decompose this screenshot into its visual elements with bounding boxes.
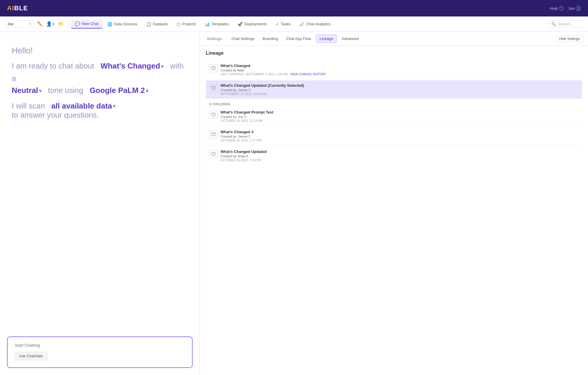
chat-input-area: Ask ChatAible xyxy=(7,336,193,368)
nav-tab-templates[interactable]: 📊 Templates xyxy=(201,20,233,28)
lineage-child-creator-1: Created by: Joe V xyxy=(220,115,579,119)
lineage-item-date-2: SEPTEMBER 23 2023, 10:54 AM xyxy=(220,92,579,96)
greeting-line-3: I will scan all available data ∨ xyxy=(12,101,188,111)
tone-chevron-icon: ∨ xyxy=(39,87,42,94)
greeting-line-4: to answer your questions. xyxy=(12,111,188,120)
lineage-child-1[interactable]: What's Changed Prompt Test Created by: J… xyxy=(206,107,582,126)
lineage-child-date-3: OCTOBER 16 2023, 2:34 PM xyxy=(220,159,579,162)
nav-tab-projects[interactable]: ⬡ Projects xyxy=(173,20,200,28)
svg-rect-13 xyxy=(212,152,215,155)
hide-settings-button[interactable]: Hide Settings xyxy=(556,35,583,42)
topbar-right: Help ? Joe 👤 xyxy=(550,6,581,11)
greeting-line-1: I am ready to chat about What's Changed … xyxy=(12,60,188,84)
chat-input[interactable] xyxy=(15,342,185,349)
logo-ble: BLE xyxy=(14,4,28,12)
logo: AIBLE xyxy=(7,4,28,12)
lineage-item-name-2: What's Changed Updated (Currently Select… xyxy=(220,83,579,88)
lineage-item-icon-2 xyxy=(209,84,218,92)
lineage-child-name-3: What's Changed Updated xyxy=(220,149,579,154)
logo-ai: AI xyxy=(7,4,14,12)
settings-tabs-bar: Settings Chat Settings Branding Chat App… xyxy=(200,32,588,46)
lineage-item-info-1: What's Changed Created by Aible LAST UPD… xyxy=(220,64,579,76)
settings-label: Settings xyxy=(205,35,224,42)
nav-tab-new-chat[interactable]: 💬 New Chat xyxy=(71,20,103,29)
templates-icon: 📊 xyxy=(205,22,210,26)
navbar: Joe ▼ ✏️ 👤+ 📁 💬 New Chat 🌐 Data Sources … xyxy=(0,16,588,32)
lineage-child-info-2: What's Changed 3 Created by: James Z OCT… xyxy=(220,130,579,142)
deployments-icon: 🚀 xyxy=(238,22,243,26)
user-selector[interactable]: Joe ▼ xyxy=(5,20,34,28)
children-label: 3 CHILDREN xyxy=(206,100,582,107)
help-button[interactable]: Help ? xyxy=(550,6,564,11)
nav-tab-datasets[interactable]: 📋 Datasets xyxy=(142,20,172,28)
lineage-child-icon-2 xyxy=(209,130,218,139)
topic-chevron-icon: ∨ xyxy=(161,63,164,69)
lineage-item-creator-2: Created by: James Z xyxy=(220,88,579,92)
chat-content: Hello! I am ready to chat about What's C… xyxy=(0,32,200,336)
lineage-child-info-3: What's Changed Updated Created by: Anita… xyxy=(220,149,579,162)
search-box[interactable]: 🔍 Search ... xyxy=(548,20,583,28)
tab-lineage[interactable]: Lineage xyxy=(316,34,337,43)
lineage-child-3[interactable]: What's Changed Updated Created by: Anita… xyxy=(206,146,582,165)
nav-tab-chat-analytics[interactable]: 📈 Chat Analytics xyxy=(295,20,334,28)
ask-chataible-button[interactable]: Ask ChatAible xyxy=(15,352,48,360)
chat-panel: Hello! I am ready to chat about What's C… xyxy=(0,32,200,375)
lineage-child-date-1: OCTOBER 15 2023, 11:14 AM xyxy=(220,119,579,122)
globe-icon: 🌐 xyxy=(107,22,112,26)
search-icon: 🔍 xyxy=(551,22,556,26)
add-user-icon[interactable]: 👤+ xyxy=(46,19,55,29)
nav-divider xyxy=(68,20,69,28)
greeting-hello: Hello! xyxy=(12,46,188,55)
help-icon: ? xyxy=(559,6,564,11)
lineage-title: Lineage xyxy=(206,51,582,56)
chat-icon: 💬 xyxy=(75,21,80,26)
greeting-block: Hello! I am ready to chat about What's C… xyxy=(12,46,188,120)
tab-branding[interactable]: Branding xyxy=(259,35,281,43)
dataset-icon: 📋 xyxy=(146,22,151,26)
lineage-child-2[interactable]: What's Changed 3 Created by: James Z OCT… xyxy=(206,127,582,145)
lineage-item-date-1: LAST UPDATED: SEPTEMBER 4 2023, 1:00 AM … xyxy=(220,73,579,76)
nav-tab-data-sources[interactable]: 🌐 Data Sources xyxy=(103,20,141,28)
lineage-item-creator-1: Created by Aible xyxy=(220,69,579,72)
data-chevron-icon: ∨ xyxy=(113,104,116,108)
svg-point-2 xyxy=(213,69,214,70)
view-change-history-link[interactable]: VIEW CHANGE HISTORY xyxy=(290,73,326,76)
tab-chat-app-flow[interactable]: Chat App Flow xyxy=(283,35,315,43)
user-menu[interactable]: Joe 👤 xyxy=(568,6,581,11)
lineage-child-date-2: OCTOBER 16 2023, 1:27 PM xyxy=(220,139,579,142)
svg-point-12 xyxy=(213,136,214,136)
topic-selector[interactable]: What's Changed ∨ xyxy=(101,60,164,72)
svg-point-6 xyxy=(213,89,214,90)
edit-icon[interactable]: ✏️ xyxy=(35,19,45,29)
user-avatar-icon: 👤 xyxy=(576,6,581,11)
analytics-icon: 📈 xyxy=(299,22,304,26)
svg-rect-7 xyxy=(212,113,215,116)
lineage-item-2[interactable]: What's Changed Updated (Currently Select… xyxy=(206,80,582,99)
lineage-content: Lineage What's Changed Created by Aible … xyxy=(200,46,588,375)
greeting-line-2: Neutral ∨ tone using Google PaLM 2 ∨ xyxy=(12,84,188,97)
tab-chat-settings[interactable]: Chat Settings xyxy=(228,35,258,43)
tab-advanced[interactable]: Advanced xyxy=(338,35,362,43)
lineage-item-name-1: What's Changed xyxy=(220,64,579,68)
model-selector[interactable]: Google PaLM 2 ∨ xyxy=(90,84,148,97)
svg-rect-0 xyxy=(212,66,215,69)
lineage-item-icon-1 xyxy=(209,64,218,72)
lineage-item-1[interactable]: What's Changed Created by Aible LAST UPD… xyxy=(206,61,582,79)
svg-point-15 xyxy=(213,155,214,156)
nav-tab-deployments[interactable]: 🚀 Deployments xyxy=(233,20,271,28)
folder-icon[interactable]: 📁 xyxy=(56,19,66,29)
lineage-child-info-1: What's Changed Prompt Test Created by: J… xyxy=(220,110,579,122)
data-selector[interactable]: all available data ∨ xyxy=(51,101,116,111)
tone-selector[interactable]: Neutral ∨ xyxy=(12,84,42,97)
lineage-child-name-1: What's Changed Prompt Test xyxy=(220,110,579,114)
nav-tab-tasks[interactable]: ✓ Tasks xyxy=(271,20,295,28)
lineage-child-name-2: What's Changed 3 xyxy=(220,130,579,134)
svg-rect-10 xyxy=(212,133,215,136)
model-chevron-icon: ∨ xyxy=(146,87,148,94)
lineage-child-creator-3: Created by: Anita K xyxy=(220,154,579,158)
lineage-child-creator-2: Created by: James Z xyxy=(220,135,579,138)
projects-icon: ⬡ xyxy=(177,22,180,26)
svg-rect-4 xyxy=(212,86,215,89)
main-container: Hello! I am ready to chat about What's C… xyxy=(0,32,588,375)
topbar: AIBLE Help ? Joe 👤 xyxy=(0,0,588,16)
